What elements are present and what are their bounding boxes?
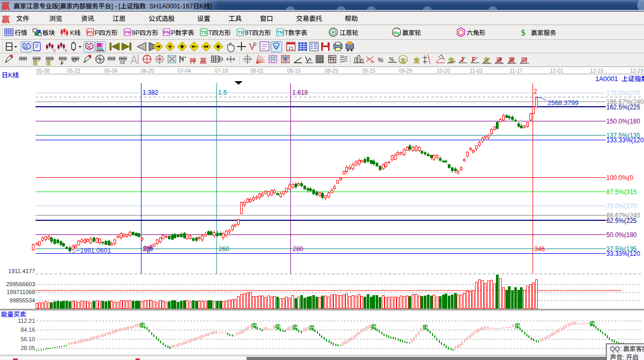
svg-text:239: 239	[143, 245, 153, 253]
svg-text:05-08: 05-08	[36, 68, 50, 74]
svg-text:SH1A0001-167: SH1A0001-167	[146, 3, 193, 10]
svg-text:PS: PS	[87, 30, 94, 35]
svg-text:K: K	[8, 72, 13, 79]
svg-text:346: 346	[535, 245, 545, 253]
svg-text:33.33%(120: 33.33%(120	[606, 250, 640, 257]
svg-text:87.5%(315: 87.5%(315	[606, 188, 637, 196]
svg-text:T: T	[208, 29, 212, 37]
svg-text:1.5: 1.5	[218, 89, 227, 96]
svg-text:F: F	[472, 56, 476, 63]
svg-text:F: F	[61, 61, 64, 66]
svg-text:QQ:: QQ:	[610, 345, 623, 353]
svg-text:84.16: 84.16	[20, 327, 35, 333]
svg-text:280: 280	[293, 245, 303, 253]
svg-text:09-29: 09-29	[399, 68, 412, 74]
svg-text:2: 2	[534, 88, 537, 95]
svg-text:199711068: 199711068	[7, 289, 35, 295]
svg-text:] - [: ] - [	[111, 3, 120, 10]
svg-text:1.382: 1.382	[143, 89, 159, 96]
svg-text:7: 7	[367, 57, 369, 62]
svg-text:%: %	[389, 57, 394, 62]
svg-text:9: 9	[65, 49, 67, 52]
svg-text:TN: TN	[277, 30, 283, 35]
svg-text:%: %	[370, 60, 374, 64]
svg-text:1.618: 1.618	[292, 89, 308, 96]
svg-text:P: P	[171, 29, 175, 37]
svg-text:08-15: 08-15	[287, 68, 301, 74]
svg-text:100.0%(0: 100.0%(0	[606, 174, 634, 182]
svg-text:62.5%(225: 62.5%(225	[606, 217, 637, 224]
svg-text:12-15: 12-15	[590, 68, 604, 74]
svg-text:07-18: 07-18	[214, 68, 228, 74]
svg-text:08-29: 08-29	[325, 68, 338, 74]
svg-text:P: P	[95, 29, 99, 37]
svg-text:3: 3	[53, 49, 55, 52]
svg-text:PN: PN	[164, 30, 170, 35]
svg-text:T9: T9	[238, 30, 243, 35]
svg-text:K: K	[199, 3, 204, 10]
svg-text:08-01: 08-01	[250, 68, 264, 74]
svg-text:n2: n2	[120, 60, 125, 65]
svg-text:1A0001: 1A0001	[595, 75, 622, 83]
svg-text:28.05: 28.05	[20, 345, 35, 351]
svg-text:11-03: 11-03	[470, 68, 483, 74]
svg-text:260: 260	[219, 245, 229, 253]
svg-text:50.0%(180: 50.0%(180	[606, 231, 637, 239]
svg-text:07-04: 07-04	[177, 68, 191, 74]
svg-text:12-01: 12-01	[550, 68, 563, 74]
svg-text:133.33%(120: 133.33%(120	[606, 137, 644, 144]
svg-text:9P: 9P	[132, 29, 140, 37]
svg-text::: :	[623, 354, 626, 360]
svg-text:12-29: 12-29	[630, 68, 643, 74]
svg-text:09-15: 09-15	[362, 68, 376, 74]
svg-text:11-17: 11-17	[510, 68, 523, 74]
svg-text:$: $	[521, 28, 525, 37]
svg-text:1991.0601: 1991.0601	[80, 247, 111, 254]
svg-text:56.10: 56.10	[20, 336, 35, 342]
svg-text:%: %	[378, 57, 383, 64]
svg-text:150.0%(180: 150.0%(180	[606, 118, 640, 125]
svg-text:10-20: 10-20	[437, 68, 450, 74]
svg-text:05-22: 05-22	[67, 68, 81, 74]
svg-text:112.21: 112.21	[18, 318, 35, 324]
svg-text:Big: Big	[393, 31, 399, 35]
svg-text:TS: TS	[201, 30, 207, 35]
svg-text:99855534: 99855534	[9, 297, 35, 303]
svg-text:1911.4177: 1911.4177	[8, 268, 35, 274]
svg-text:K: K	[70, 29, 74, 37]
svg-text:T: T	[285, 29, 289, 37]
svg-text:21: 21	[288, 46, 293, 51]
svg-text:75.0%(270: 75.0%(270	[606, 203, 637, 210]
svg-text:9T: 9T	[245, 29, 253, 37]
svg-text:299566603: 299566603	[6, 281, 35, 287]
svg-text:162.5%(225: 162.5%(225	[606, 104, 640, 111]
svg-text:P9: P9	[125, 30, 130, 35]
svg-text:175.0%(270: 175.0%(270	[606, 89, 640, 97]
svg-text:06-20: 06-20	[141, 68, 154, 74]
svg-text:06-06: 06-06	[104, 68, 118, 74]
svg-text:2568.3799: 2568.3799	[548, 99, 579, 107]
svg-text:]: ]	[210, 3, 212, 10]
